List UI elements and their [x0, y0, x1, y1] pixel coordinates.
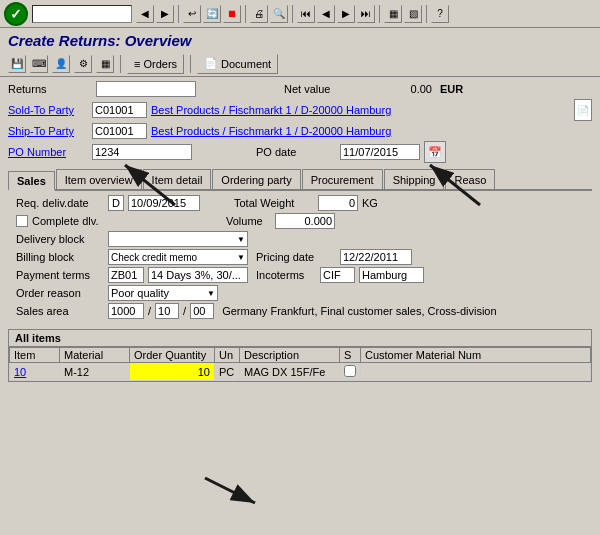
po-date-label: PO date — [256, 146, 336, 158]
document-button[interactable]: 📄 Document — [197, 54, 278, 74]
total-weight-input[interactable] — [318, 195, 358, 211]
po-number-input[interactable] — [92, 144, 192, 160]
form-area: Returns Net value 0.00 EUR Sold-To Party… — [0, 77, 600, 327]
nav-next-icon[interactable]: ▶ — [337, 5, 355, 23]
col-order-qty: Order Quantity — [130, 348, 215, 363]
tab-ordering-party[interactable]: Ordering party — [212, 169, 300, 189]
billing-block-value: Check credit memo — [111, 252, 197, 263]
order-reason-select[interactable]: Poor quality ▼ — [108, 285, 218, 301]
complete-dlv-checkbox[interactable] — [16, 215, 28, 227]
divider4 — [379, 5, 380, 23]
divider5 — [426, 5, 427, 23]
sold-to-label[interactable]: Sold-To Party — [8, 104, 88, 116]
cell-item: 10 — [10, 363, 60, 381]
incoterms-label: Incoterms — [256, 269, 316, 281]
sold-to-input[interactable] — [92, 102, 147, 118]
print-icon[interactable]: 🖨 — [250, 5, 268, 23]
command-field[interactable] — [32, 5, 132, 23]
refresh-icon[interactable]: 🔄 — [203, 5, 221, 23]
divider7 — [190, 55, 191, 73]
req-deliv-date-input[interactable] — [128, 195, 200, 211]
payment-terms-code-input[interactable] — [108, 267, 144, 283]
forward-icon[interactable]: ▶ — [156, 5, 174, 23]
title-area: Create Returns: Overview — [0, 28, 600, 51]
svg-line-5 — [205, 478, 255, 503]
cell-material: M-12 — [60, 363, 130, 381]
sales-area-2-input[interactable] — [155, 303, 179, 319]
nav-last-icon[interactable]: ⏭ — [357, 5, 375, 23]
history-icon[interactable]: ↩ — [183, 5, 201, 23]
ship-to-name[interactable]: Best Products / Fischmarkt 1 / D-20000 H… — [151, 125, 391, 137]
table-row: 10M-1210PCMAG DX 15F/Fe — [10, 363, 591, 381]
all-items-header: All items — [9, 330, 591, 347]
help-icon[interactable]: ? — [431, 5, 449, 23]
col-description: Description — [240, 348, 340, 363]
cell-description: MAG DX 15F/Fe — [240, 363, 340, 381]
order-reason-label: Order reason — [16, 287, 104, 299]
nav-prev-icon[interactable]: ◀ — [317, 5, 335, 23]
delivery-block-label: Delivery block — [16, 233, 104, 245]
arrow-order-qty — [195, 468, 275, 518]
tab-item-overview[interactable]: Item overview — [56, 169, 142, 189]
config-icon[interactable]: ⚙ — [74, 55, 92, 73]
divider3 — [292, 5, 293, 23]
orders-button[interactable]: ≡ Orders — [127, 54, 184, 74]
sales-area-1-input[interactable] — [108, 303, 144, 319]
delivery-block-select[interactable]: ▼ — [108, 231, 248, 247]
grid-icon[interactable]: ▦ — [96, 55, 114, 73]
tab-procurement[interactable]: Procurement — [302, 169, 383, 189]
currency-label: EUR — [440, 83, 463, 95]
all-items-section: All items Item Material Order Quantity U… — [8, 329, 592, 382]
back-icon[interactable]: ◀ — [136, 5, 154, 23]
volume-input[interactable] — [275, 213, 335, 229]
payment-terms-label: Payment terms — [16, 269, 104, 281]
save-icon[interactable]: 💾 — [8, 55, 26, 73]
nav-first-icon[interactable]: ⏮ — [297, 5, 315, 23]
tab-content-sales: Req. deliv.date Total Weight KG Complete… — [8, 191, 592, 323]
order-reason-value: Poor quality — [111, 287, 169, 299]
find-icon[interactable]: 🔍 — [270, 5, 288, 23]
po-date-input[interactable] — [340, 144, 420, 160]
pricing-date-input[interactable] — [340, 249, 412, 265]
order-reason-arrow: ▼ — [207, 289, 215, 298]
net-value-label: Net value — [284, 83, 364, 95]
sales-area-label: Sales area — [16, 305, 104, 317]
req-deliv-d-input[interactable] — [108, 195, 124, 211]
tab-shipping[interactable]: Shipping — [384, 169, 445, 189]
incoterms-city-input[interactable] — [359, 267, 424, 283]
col-material: Material — [60, 348, 130, 363]
billing-block-arrow: ▼ — [237, 253, 245, 262]
secondary-toolbar: 💾 ⌨ 👤 ⚙ ▦ ≡ Orders 📄 Document — [0, 51, 600, 77]
confirm-icon[interactable]: ✓ — [4, 2, 28, 26]
billing-block-label: Billing block — [16, 251, 104, 263]
document-label: Document — [221, 58, 271, 70]
main-toolbar: ✓ ◀ ▶ ↩ 🔄 ⏹ 🖨 🔍 ⏮ ◀ ▶ ⏭ ▦ ▧ ? — [0, 0, 600, 28]
tab-sales[interactable]: Sales — [8, 171, 55, 191]
tab-reason[interactable]: Reaso — [445, 169, 495, 189]
cell-s[interactable] — [340, 363, 361, 381]
orders-icon: ≡ — [134, 58, 140, 70]
volume-label: Volume — [226, 215, 271, 227]
person-icon[interactable]: 👤 — [52, 55, 70, 73]
col-item: Item — [10, 348, 60, 363]
ship-to-input[interactable] — [92, 123, 147, 139]
layout-icon[interactable]: ▦ — [384, 5, 402, 23]
sales-area-3-input[interactable] — [190, 303, 214, 319]
sold-to-name[interactable]: Best Products / Fischmarkt 1 / D-20000 H… — [151, 104, 391, 116]
incoterms-code-input[interactable] — [320, 267, 355, 283]
po-number-label[interactable]: PO Number — [8, 146, 88, 158]
tab-item-detail[interactable]: Item detail — [143, 169, 212, 189]
col-customer-material: Customer Material Num — [361, 348, 591, 363]
divider — [178, 5, 179, 23]
ship-to-label[interactable]: Ship-To Party — [8, 125, 88, 137]
layout2-icon[interactable]: ▧ — [404, 5, 422, 23]
billing-block-select[interactable]: Check credit memo ▼ — [108, 249, 248, 265]
cell-order-qty[interactable]: 10 — [130, 363, 215, 381]
stop-icon[interactable]: ⏹ — [223, 5, 241, 23]
shortcut-icon[interactable]: ⌨ — [30, 55, 48, 73]
divider6 — [120, 55, 121, 73]
payment-terms-desc-input[interactable] — [148, 267, 248, 283]
sold-to-detail-icon[interactable]: 📄 — [574, 99, 592, 121]
returns-input[interactable] — [96, 81, 196, 97]
calendar-icon[interactable]: 📅 — [424, 141, 446, 163]
